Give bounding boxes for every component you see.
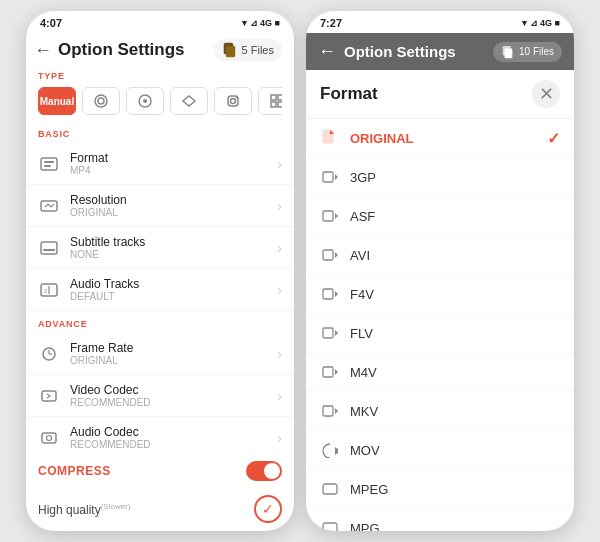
right-files-badge: 10 Files (493, 42, 562, 62)
left-header: ← Option Settings 5 Files (26, 33, 294, 67)
instagram-icon (225, 93, 241, 109)
grid-icon (269, 93, 282, 109)
video-codec-chevron: › (277, 388, 282, 404)
audio-tracks-text: Audio Tracks DEFAULT (70, 277, 277, 302)
format-item-mpg[interactable]: MPG (306, 509, 574, 531)
back-icon-right[interactable]: ← (318, 41, 336, 62)
svg-point-3 (98, 98, 104, 104)
svg-marker-6 (183, 96, 195, 106)
advance-label: ADVANCE (26, 311, 294, 333)
svg-rect-10 (271, 95, 276, 100)
format-chevron: › (277, 156, 282, 172)
type-btn-manual[interactable]: Manual (38, 87, 76, 115)
type-buttons-row: Manual (38, 87, 282, 115)
close-button[interactable]: ✕ (532, 80, 560, 108)
audio-tracks-item[interactable]: 2 Audio Tracks DEFAULT › (26, 269, 294, 311)
format-name-mpg: MPG (350, 521, 560, 532)
frame-rate-icon (38, 343, 60, 365)
format-text: Format MP4 (70, 151, 277, 176)
files-icon-right (501, 45, 515, 59)
format-item-3gp[interactable]: 3GP (306, 158, 574, 197)
format-item-flv[interactable]: FLV (306, 314, 574, 353)
subtitle-chevron: › (277, 240, 282, 256)
svg-marker-35 (335, 213, 338, 219)
format-item-mpeg[interactable]: MPEG (306, 470, 574, 509)
resolution-icon (38, 195, 60, 217)
svg-marker-33 (335, 174, 338, 180)
format-type-icon-mkv (320, 401, 340, 421)
format-item-asf[interactable]: ASF (306, 197, 574, 236)
right-header: ← Option Settings 10 Files (306, 33, 574, 70)
audio-codec-text: Audio Codec RECOMMENDED (70, 425, 277, 450)
format-check-mark: ✓ (547, 129, 560, 148)
svg-marker-41 (335, 330, 338, 336)
back-icon-left[interactable]: ← (34, 40, 52, 61)
compress-toggle[interactable] (246, 461, 282, 481)
svg-point-2 (95, 95, 107, 107)
svg-rect-18 (41, 242, 57, 254)
basic-label: BASIC (26, 121, 294, 143)
right-title: Option Settings (344, 43, 493, 60)
type-btn-3[interactable] (126, 87, 164, 115)
original-file-icon (321, 129, 339, 147)
format-item-avi[interactable]: AVI (306, 236, 574, 275)
quality-check[interactable]: ✓ (254, 495, 282, 523)
type-btn-2[interactable] (82, 87, 120, 115)
left-title: Option Settings (58, 40, 214, 60)
svg-rect-14 (41, 158, 57, 170)
svg-rect-36 (323, 250, 333, 260)
svg-rect-40 (323, 328, 333, 338)
format-type-icon-avi (320, 245, 340, 265)
right-status-bar: 7:27 ▾ ⊿ 4G ■ (306, 11, 574, 33)
svg-rect-46 (323, 484, 337, 494)
format-item-m4v[interactable]: M4V (306, 353, 574, 392)
type-btn-6[interactable] (258, 87, 282, 115)
format-item-f4v[interactable]: F4V (306, 275, 574, 314)
format-item-original[interactable]: ORIGINAL ✓ (306, 119, 574, 158)
svg-rect-34 (323, 211, 333, 221)
quality-row: High quality(Slower) ✓ (26, 491, 294, 531)
right-status-icons: ▾ ⊿ 4G ■ (522, 18, 560, 28)
video-codec-item[interactable]: Video Codec RECOMMENDED › (26, 375, 294, 417)
format-type-icon-flv (320, 323, 340, 343)
svg-rect-32 (323, 172, 333, 182)
audio-codec-icon (38, 427, 60, 449)
svg-rect-17 (41, 201, 57, 211)
frame-rate-item[interactable]: Frame Rate ORIGINAL › (26, 333, 294, 375)
format-type-icon-f4v (320, 284, 340, 304)
format-list: ORIGINAL ✓ 3GP ASF AVI F4V FLV M4V MKV M… (306, 119, 574, 531)
format-type-icon-asf (320, 206, 340, 226)
photo-icon (137, 93, 153, 109)
type-btn-5[interactable] (214, 87, 252, 115)
audio-codec-item[interactable]: Audio Codec RECOMMENDED › (26, 417, 294, 451)
format-name-m4v: M4V (350, 365, 560, 380)
format-item-mov[interactable]: MOV (306, 431, 574, 470)
svg-rect-38 (323, 289, 333, 299)
svg-point-9 (236, 97, 238, 99)
audio-tracks-icon: 2 (38, 279, 60, 301)
format-item[interactable]: Format MP4 › (26, 143, 294, 185)
resolution-text: Resolution ORIGINAL (70, 193, 277, 218)
type-label: TYPE (38, 71, 282, 81)
svg-marker-45 (335, 408, 338, 414)
audio-tracks-chevron: › (277, 282, 282, 298)
frame-rate-chevron: › (277, 346, 282, 362)
svg-rect-44 (323, 406, 333, 416)
format-name-flv: FLV (350, 326, 560, 341)
quality-label: High quality(Slower) (38, 502, 254, 517)
files-icon-left (222, 42, 238, 58)
vimeo-icon (181, 93, 197, 109)
left-time: 4:07 (40, 17, 62, 29)
format-item-mkv[interactable]: MKV (306, 392, 574, 431)
resolution-item[interactable]: Resolution ORIGINAL › (26, 185, 294, 227)
format-type-icon-m4v (320, 362, 340, 382)
type-btn-4[interactable] (170, 87, 208, 115)
format-name-f4v: F4V (350, 287, 560, 302)
svg-rect-47 (323, 523, 337, 531)
format-name-avi: AVI (350, 248, 560, 263)
subtitle-item[interactable]: Subtitle tracks NONE › (26, 227, 294, 269)
svg-rect-42 (323, 367, 333, 377)
svg-rect-16 (44, 165, 51, 167)
subtitle-text: Subtitle tracks NONE (70, 235, 277, 260)
svg-rect-27 (42, 433, 56, 443)
